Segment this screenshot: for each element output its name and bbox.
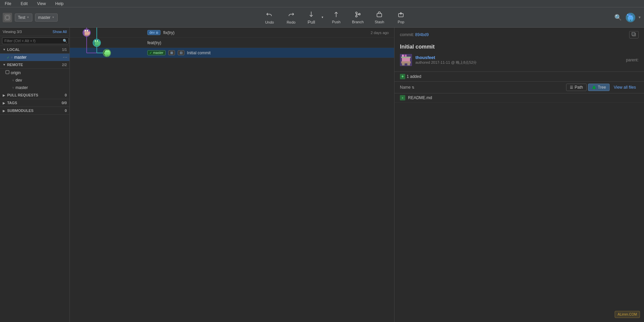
view-all-files-link[interactable]: View all files	[611, 84, 639, 91]
section-local[interactable]: ▼ LOCAL 1/1	[0, 46, 69, 54]
section-remote[interactable]: ▼ REMOTE 2/2	[0, 61, 69, 69]
branch-tag-dev: dev ⊞	[147, 30, 160, 35]
menu-help[interactable]: Help	[53, 1, 66, 7]
svg-rect-21	[84, 31, 91, 32]
branch-label: Branch	[352, 20, 364, 24]
branch-name-local-master: master	[14, 55, 27, 60]
sort-icon: ⇅	[412, 86, 414, 89]
filter-search-icon: 🔍	[63, 39, 67, 43]
commit-id-label: commit:	[400, 32, 414, 37]
search-button[interactable]: 🔍	[613, 12, 623, 23]
svg-rect-10	[628, 16, 633, 17]
branch-tag-master-icon: ⊞	[168, 50, 175, 55]
svg-rect-52	[402, 55, 404, 57]
svg-rect-19	[85, 30, 86, 31]
svg-rect-13	[631, 20, 633, 21]
commit-row-3[interactable]: ✓ master ⊞ ⊟ Initial commit	[70, 48, 394, 58]
origin-dev-label: dev	[16, 78, 22, 83]
more-options-icon[interactable]: ⋯	[63, 55, 67, 60]
file-row-readme[interactable]: + README.md	[394, 93, 644, 103]
menu-edit[interactable]: Edit	[19, 1, 30, 7]
tree-icon: 🌲	[592, 85, 596, 90]
parent-row: parent:	[626, 58, 639, 62]
author-date: authored 2017-11-11 @ 晚上8点52分	[415, 60, 477, 65]
path-button[interactable]: ☰ Path	[566, 84, 587, 91]
push-button[interactable]: Push	[326, 8, 346, 27]
show-all-link[interactable]: Show All	[53, 30, 67, 34]
branch-item-master-local[interactable]: ✓ ⑂ master ⋯	[0, 54, 69, 61]
watermark: ALimm.COM	[615, 311, 640, 318]
redo-button[interactable]: Redo	[281, 8, 301, 27]
pull-arrow[interactable]: ▼	[320, 8, 325, 27]
section-tags[interactable]: ▶ TAGS 0/0	[0, 99, 69, 107]
stash-icon	[376, 11, 383, 19]
filter-input[interactable]	[2, 37, 69, 44]
svg-rect-0	[5, 15, 10, 20]
section-submodules[interactable]: ▶ SUBMODULES 0	[0, 107, 69, 115]
added-icon: +	[400, 74, 405, 79]
submodules-count: 0	[65, 109, 67, 113]
undo-icon	[266, 10, 273, 20]
pop-button[interactable]: Pop	[391, 8, 411, 27]
path-icon: ☰	[570, 85, 573, 90]
sidebar-header: Viewing 3/3 Show All	[0, 28, 69, 36]
commit-message-2: feat(try)	[147, 40, 394, 45]
filter-bar: 🔍	[0, 36, 69, 46]
branch-dropdown[interactable]: master ▼	[35, 13, 58, 22]
menu-file[interactable]: File	[3, 1, 13, 7]
stash-button[interactable]: Stash	[369, 8, 389, 27]
svg-rect-43	[106, 50, 110, 51]
commit-message-1: fix(try)	[163, 30, 368, 35]
remote-arrow-icon: ▼	[3, 63, 6, 66]
files-count-row: + 1 added	[394, 71, 644, 82]
repo-chevron: ▼	[27, 16, 29, 19]
master-icon-1: ⊞	[170, 51, 173, 55]
push-label: Push	[332, 20, 341, 24]
commit-id-row: commit: 894bd9	[394, 28, 644, 38]
branch-item-origin-master[interactable]: ⑂ master	[0, 84, 69, 91]
files-toolbar: Name ⇅ ☰ Path 🌲 Tree View all files	[394, 82, 644, 93]
branch-item-origin-dev[interactable]: ⑂ dev	[0, 77, 69, 84]
svg-rect-50	[632, 32, 635, 35]
svg-rect-31	[97, 40, 98, 41]
user-chevron: ▼	[638, 16, 641, 19]
repo-icon	[3, 13, 12, 22]
svg-rect-54	[401, 57, 411, 58]
branch-item-origin[interactable]: origin	[0, 69, 69, 77]
svg-rect-58	[407, 63, 410, 65]
tree-button[interactable]: 🌲 Tree	[588, 84, 610, 91]
commit-row-1[interactable]: dev ⊞ fix(try) 2 days ago	[70, 28, 394, 38]
svg-rect-20	[87, 30, 88, 31]
submodules-label: ▶ SUBMODULES	[3, 109, 33, 113]
svg-rect-14	[6, 70, 9, 74]
undo-button[interactable]: Undo	[259, 8, 280, 27]
repo-dropdown[interactable]: Test ▼	[15, 13, 32, 22]
tags-count: 0/0	[62, 101, 67, 105]
menu-view[interactable]: View	[35, 1, 48, 7]
pull-icon	[308, 10, 315, 19]
svg-rect-47	[106, 56, 107, 57]
name-label: Name	[400, 85, 411, 90]
commit-row-2[interactable]: feat(try)	[70, 38, 394, 48]
svg-rect-33	[95, 42, 100, 45]
check-icon-master: ✓	[149, 51, 152, 55]
svg-rect-12	[628, 20, 630, 21]
commit-title: Initial commit	[400, 44, 639, 50]
redo-icon	[287, 10, 295, 20]
branch-name: master	[38, 15, 51, 20]
svg-rect-22	[85, 32, 90, 35]
copy-button[interactable]	[629, 31, 639, 38]
path-label: Path	[575, 85, 583, 90]
section-pull-requests[interactable]: ▶ PULL REQUESTS 0	[0, 91, 69, 99]
pull-button[interactable]: Pull	[302, 8, 320, 27]
copy-btn-area	[629, 31, 639, 38]
toolbar-actions: Undo Redo Pull ▼ Push	[259, 8, 411, 27]
origin-label: origin	[11, 70, 21, 75]
pull-label: Pull	[308, 20, 315, 25]
commit-hash: 894bd9	[415, 32, 429, 37]
origin-master-label: master	[16, 85, 28, 90]
branch-chevron: ▼	[52, 16, 55, 19]
branch-button[interactable]: Branch	[348, 8, 368, 27]
svg-rect-57	[402, 63, 405, 65]
svg-rect-30	[95, 40, 96, 41]
